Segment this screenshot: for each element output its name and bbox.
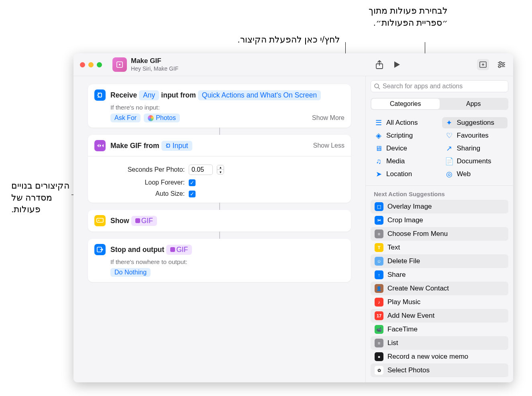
category-label: Favourites <box>457 132 489 140</box>
category-location[interactable]: ➤Location <box>371 169 437 180</box>
window-subtitle: Hey Siri, Make GIF <box>131 65 178 72</box>
stepper[interactable]: ▴▾ <box>217 165 224 175</box>
action-library-button[interactable] <box>477 59 489 70</box>
suggestion-icon: ● <box>375 352 383 361</box>
suggestion-play-music[interactable]: ♪Play Music <box>371 295 508 309</box>
category-icon: ☰ <box>375 119 383 127</box>
search-input[interactable]: Search for apps and actions <box>371 80 508 92</box>
suggestion-share[interactable]: ↑Share <box>371 268 508 282</box>
gif-token[interactable]: GIF <box>166 245 192 255</box>
suggestion-icon: ☺ <box>375 257 383 266</box>
svg-point-10 <box>375 84 379 88</box>
category-icon: ♫ <box>375 157 383 165</box>
search-placeholder: Search for apps and actions <box>383 83 463 90</box>
gif-token[interactable]: GIF <box>131 216 157 226</box>
svg-point-6 <box>499 66 501 68</box>
category-media[interactable]: ♫Media <box>371 156 437 167</box>
title-group: Make GIF Hey Siri, Make GIF <box>131 57 178 72</box>
suggestion-icon: ↑ <box>375 270 383 279</box>
suggestion-icon: T <box>375 243 383 252</box>
suggestion-label: Overlay Image <box>387 203 432 211</box>
receive-icon <box>94 89 106 101</box>
svg-point-5 <box>502 64 504 66</box>
suggestion-icon: ≡ <box>375 339 383 347</box>
suggestion-text[interactable]: TText <box>371 241 508 254</box>
minimize-button[interactable] <box>88 62 94 67</box>
suggestion-select-photos[interactable]: ✿Select Photos <box>371 364 508 377</box>
window-title: Make GIF <box>131 57 178 65</box>
category-label: Media <box>386 157 405 165</box>
suggestion-overlay-image[interactable]: ⬚Overlay Image <box>371 200 508 213</box>
category-suggestions[interactable]: ✦Suggestions <box>442 117 508 128</box>
close-button[interactable] <box>80 62 85 67</box>
suggestion-label: Add New Event <box>387 312 434 320</box>
svg-point-1 <box>119 64 120 65</box>
category-favourites[interactable]: ♡Favourites <box>442 130 508 141</box>
action-library-sidebar: Search for apps and actions Categories A… <box>365 76 513 382</box>
suggestion-delete-file[interactable]: ☺Delete File <box>371 254 508 268</box>
settings-icon[interactable] <box>496 59 507 70</box>
action-stop-output[interactable]: Stop and output GIF If there's nowhere t… <box>88 239 351 282</box>
action-make-gif[interactable]: Make GIF from Input Show Less Seconds Pe… <box>88 135 351 203</box>
suggestion-create-new-contact[interactable]: 👤Create New Contact <box>371 282 508 295</box>
suggestion-label: Crop Image <box>387 216 423 224</box>
run-button[interactable] <box>392 59 402 70</box>
loop-label: Loop Forever: <box>110 179 185 186</box>
show-more-button[interactable]: Show More <box>312 114 344 122</box>
input-token[interactable]: Input <box>161 141 192 151</box>
seconds-input[interactable] <box>189 164 213 175</box>
suggestion-icon: 👤 <box>375 284 383 293</box>
search-icon <box>374 83 380 89</box>
photos-token[interactable]: Photos <box>144 114 180 122</box>
ask-for-token[interactable]: Ask For <box>110 114 141 122</box>
suggestion-icon: 📹 <box>375 325 383 334</box>
suggestion-icon: ≡ <box>375 229 383 238</box>
category-documents[interactable]: 📄Documents <box>442 156 508 167</box>
suggestion-add-new-event[interactable]: 17Add New Event <box>371 309 508 323</box>
callout-run: לחץ/י כאן להפעלת הקיצור. <box>220 34 340 46</box>
traffic-lights <box>80 62 102 67</box>
category-device[interactable]: 🖥Device <box>371 143 437 154</box>
category-label: Web <box>457 170 471 178</box>
callout-line <box>425 42 425 54</box>
suggestion-icon: ⬚ <box>375 202 383 211</box>
tab-apps[interactable]: Apps <box>440 99 508 109</box>
category-scripting[interactable]: ◈Scripting <box>371 130 437 141</box>
category-label: Location <box>386 170 412 178</box>
category-icon: ↗ <box>445 144 453 152</box>
category-sharing[interactable]: ↗Sharing <box>442 143 508 154</box>
category-grid: ☰All Actions✦Suggestions◈Scripting♡Favou… <box>366 114 513 186</box>
category-web[interactable]: ◎Web <box>442 169 508 180</box>
suggestion-list: ⬚Overlay Image✂Crop Image≡Choose From Me… <box>366 200 513 382</box>
auto-checkbox[interactable]: ✓ <box>189 191 196 197</box>
do-nothing-token[interactable]: Do Nothing <box>110 268 151 277</box>
action-receive-input[interactable]: Receive Any input from Quick Actions and… <box>88 84 351 128</box>
suggestion-list[interactable]: ≡List <box>371 336 508 350</box>
callout-line <box>345 42 346 54</box>
category-icon: 🖥 <box>375 144 383 152</box>
make-gif-title: Make GIF from <box>110 142 159 150</box>
suggestion-crop-image[interactable]: ✂Crop Image <box>371 213 508 227</box>
suggestion-record-a-new-voice-memo[interactable]: ●Record a new voice memo <box>371 350 508 364</box>
receive-middle: input from <box>161 91 196 100</box>
token-source[interactable]: Quick Actions and What's On Screen <box>198 90 321 100</box>
nowhere-label: If there's nowhere to output: <box>110 258 344 266</box>
tab-categories[interactable]: Categories <box>371 99 440 109</box>
suggestion-facetime[interactable]: 📹FaceTime <box>371 323 508 336</box>
callout-editor: הקיצורים בנויים מסדרה של פעולות. <box>11 180 71 215</box>
category-all-actions[interactable]: ☰All Actions <box>371 117 437 128</box>
loop-checkbox[interactable]: ✓ <box>189 179 196 186</box>
suggestion-label: Text <box>387 244 400 252</box>
category-icon: 📄 <box>445 157 453 165</box>
suggestion-label: Delete File <box>387 257 420 265</box>
suggestion-icon: ♪ <box>375 298 383 307</box>
sec-label: Seconds Per Photo: <box>110 166 185 173</box>
token-any[interactable]: Any <box>139 90 159 100</box>
zoom-button[interactable] <box>97 62 102 67</box>
segment-control: Categories Apps <box>371 98 508 110</box>
show-less-button[interactable]: Show Less <box>313 142 344 149</box>
suggestion-choose-from-menu[interactable]: ≡Choose From Menu <box>371 227 508 241</box>
share-icon[interactable] <box>374 59 385 70</box>
auto-label: Auto Size: <box>110 190 185 197</box>
action-show[interactable]: Show GIF <box>88 210 351 232</box>
